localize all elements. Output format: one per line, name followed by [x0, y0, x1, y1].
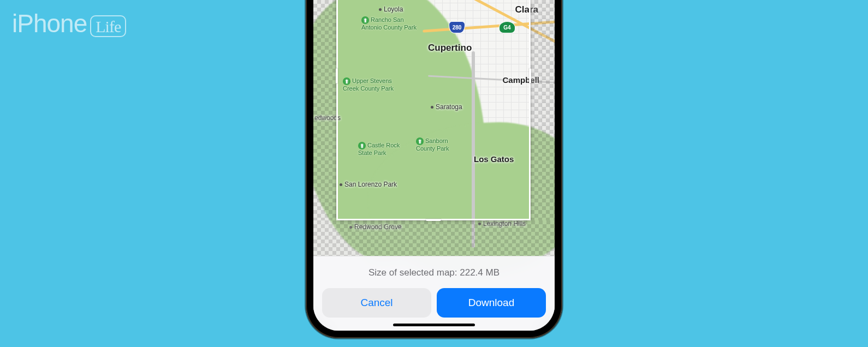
home-indicator[interactable]	[393, 324, 475, 326]
map-selection-rectangle[interactable]	[336, 0, 531, 220]
watermark-brand-suffix: Life	[90, 15, 126, 37]
selection-handle-bottom[interactable]	[426, 219, 441, 221]
selection-handle-left[interactable]	[336, 68, 338, 83]
watermark-brand-prefix: iPhone	[12, 9, 87, 38]
selection-handle-right[interactable]	[529, 68, 531, 83]
button-row: Cancel Download	[322, 288, 546, 318]
download-button[interactable]: Download	[437, 288, 546, 318]
selection-corner-bl[interactable]	[336, 211, 346, 220]
watermark-logo: iPhone Life	[12, 9, 126, 38]
selected-map-size-label: Size of selected map: 222.4 MB	[322, 267, 546, 278]
cancel-button[interactable]: Cancel	[322, 288, 431, 318]
phone-frame: 280 G4 Clara Cupertino Campbell Saratoga…	[306, 0, 562, 338]
selection-corner-br[interactable]	[521, 211, 531, 220]
phone-screen: 280 G4 Clara Cupertino Campbell Saratoga…	[313, 0, 555, 331]
download-sheet: Size of selected map: 222.4 MB Cancel Do…	[313, 256, 555, 331]
